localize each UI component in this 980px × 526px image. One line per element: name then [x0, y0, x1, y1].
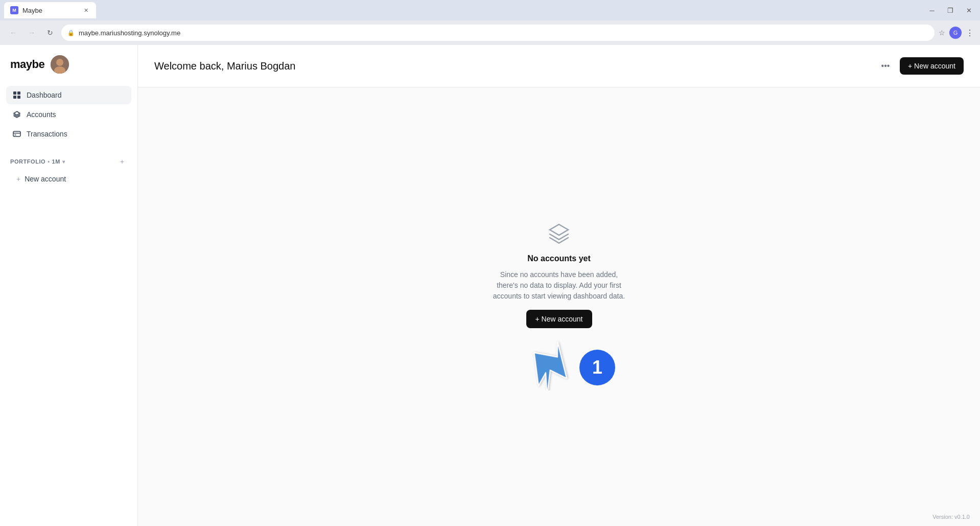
main-content: Welcome back, Marius Bogdan ••• + New ac…: [138, 45, 980, 526]
empty-title: No accounts yet: [527, 254, 591, 263]
close-button[interactable]: ✕: [962, 3, 976, 17]
tab-close-button[interactable]: ✕: [82, 6, 90, 14]
version-label: Version: v0.1.0: [932, 514, 970, 520]
svg-rect-5: [13, 96, 16, 99]
layers-icon: [12, 110, 21, 119]
portfolio-add-button[interactable]: +: [117, 156, 127, 167]
forward-button[interactable]: →: [25, 26, 39, 40]
header-actions: ••• + New account: [877, 57, 964, 75]
tab-favicon: M: [10, 6, 18, 14]
url-text: maybe.mariushosting.synology.me: [79, 29, 180, 37]
main-header: Welcome back, Marius Bogdan ••• + New ac…: [138, 45, 980, 87]
browser-controls: ← → ↻ 🔒 maybe.mariushosting.synology.me …: [0, 20, 980, 45]
sidebar-item-dashboard[interactable]: Dashboard: [6, 86, 131, 104]
app-container: maybe Da: [0, 45, 980, 526]
sidebar-header: maybe: [0, 45, 137, 82]
back-button[interactable]: ←: [6, 26, 20, 40]
transactions-icon: [12, 129, 21, 139]
browser-titlebar: M Maybe ✕ ─ ❐ ✕: [0, 0, 980, 20]
svg-point-1: [56, 59, 63, 66]
svg-rect-7: [13, 131, 20, 136]
portfolio-label: PORTFOLIO • 1M ▾: [10, 158, 65, 165]
svg-rect-4: [17, 92, 20, 95]
portfolio-section: PORTFOLIO • 1M ▾ + + New account: [0, 148, 137, 191]
accounts-label: Accounts: [27, 110, 56, 119]
annotation-overlay: 1: [528, 339, 590, 393]
new-account-empty-button[interactable]: + New account: [526, 310, 592, 328]
window-controls: ─ ❐ ✕: [925, 3, 976, 17]
nav-section: Dashboard Accounts: [0, 82, 137, 148]
tab-title: Maybe: [22, 7, 42, 14]
sidebar-plus-icon: +: [16, 175, 20, 183]
browser-chrome: M Maybe ✕ ─ ❐ ✕ ← → ↻ 🔒 maybe.mariushost…: [0, 0, 980, 45]
avatar: [51, 55, 69, 74]
dashboard-label: Dashboard: [27, 91, 62, 99]
empty-state: No accounts yet Since no accounts have b…: [138, 87, 980, 526]
annotation-arrow: [528, 339, 590, 391]
profile-button[interactable]: G: [949, 27, 962, 39]
step-badge: 1: [579, 350, 615, 385]
svg-rect-3: [13, 92, 16, 95]
empty-description: Since no accounts have been added, there…: [493, 269, 625, 302]
browser-tab[interactable]: M Maybe ✕: [4, 2, 96, 18]
sidebar-new-account-item[interactable]: + New account: [10, 171, 127, 187]
more-options-button[interactable]: •••: [877, 58, 894, 74]
browser-menu-button[interactable]: ⋮: [966, 28, 974, 38]
portfolio-header: PORTFOLIO • 1M ▾ +: [10, 156, 127, 167]
minimize-button[interactable]: ─: [925, 3, 939, 17]
welcome-heading: Welcome back, Marius Bogdan: [154, 60, 295, 72]
sidebar-item-accounts[interactable]: Accounts: [6, 105, 131, 124]
restore-button[interactable]: ❐: [943, 3, 958, 17]
no-accounts-icon: [547, 221, 571, 246]
url-bar[interactable]: 🔒 maybe.mariushosting.synology.me: [61, 25, 935, 41]
sidebar-new-account-label: New account: [25, 175, 66, 183]
svg-rect-6: [17, 96, 20, 99]
security-icon: 🔒: [67, 30, 75, 36]
app-logo: maybe: [10, 58, 44, 71]
reload-button[interactable]: ↻: [43, 26, 57, 40]
dashboard-icon: [12, 90, 21, 100]
arrow-shape: [528, 340, 578, 391]
new-account-header-button[interactable]: + New account: [900, 57, 964, 75]
sidebar-item-transactions[interactable]: Transactions: [6, 125, 131, 143]
sidebar: maybe Da: [0, 45, 138, 526]
bookmark-button[interactable]: ☆: [939, 29, 945, 37]
transactions-label: Transactions: [27, 130, 67, 138]
